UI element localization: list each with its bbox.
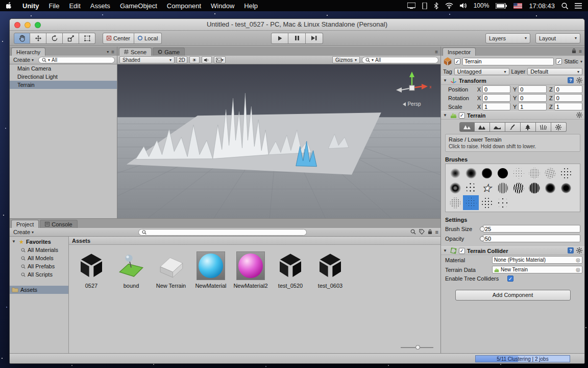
- assets-breadcrumb[interactable]: Assets: [69, 237, 440, 245]
- asset-item[interactable]: NewMaterial: [191, 251, 230, 289]
- object-picker-icon[interactable]: ◎: [576, 267, 580, 272]
- brush-item[interactable]: [510, 166, 526, 180]
- lock-icon[interactable]: [428, 229, 432, 236]
- menu-help[interactable]: Help: [244, 2, 258, 10]
- pan-tool-button[interactable]: [14, 33, 30, 44]
- position-x-field[interactable]: [482, 85, 510, 93]
- notification-center-icon[interactable]: [575, 3, 582, 9]
- hierarchy-item-directional-light[interactable]: Directional Light: [10, 73, 117, 81]
- asset-item[interactable]: test_0603: [311, 251, 350, 289]
- search-by-type-icon[interactable]: [410, 229, 416, 236]
- position-y-field[interactable]: [518, 85, 546, 93]
- menubar-clock[interactable]: 17:08:43: [529, 2, 555, 10]
- brush-item[interactable]: [526, 166, 542, 180]
- asset-item[interactable]: bound: [112, 251, 151, 289]
- play-button[interactable]: [271, 33, 288, 44]
- scale-tool-button[interactable]: [63, 33, 79, 44]
- help-icon[interactable]: ?: [568, 247, 574, 255]
- minimize-window-button[interactable]: [24, 22, 31, 28]
- raise-lower-terrain-tool[interactable]: [459, 122, 475, 132]
- position-z-field[interactable]: [554, 85, 582, 93]
- help-icon[interactable]: ?: [568, 77, 574, 84]
- hierarchy-item-terrain[interactable]: Terrain: [10, 81, 117, 89]
- menubar-app-name[interactable]: Unity: [22, 2, 39, 10]
- rotation-y-field[interactable]: [518, 94, 546, 102]
- volume-icon[interactable]: [460, 3, 467, 9]
- paint-height-tool[interactable]: [475, 122, 490, 132]
- asset-item[interactable]: NewMaterial2: [231, 251, 270, 289]
- hierarchy-menu-icon[interactable]: ≡: [111, 49, 114, 55]
- menu-file[interactable]: File: [49, 2, 60, 10]
- rect-tool-button[interactable]: [79, 33, 95, 44]
- perspective-label[interactable]: Persp: [393, 101, 431, 107]
- collider-enabled-checkbox[interactable]: ✓: [459, 248, 465, 254]
- asset-item[interactable]: 0527: [72, 251, 111, 289]
- foldout-icon[interactable]: ▼: [443, 248, 448, 253]
- display-mirroring-icon[interactable]: [407, 3, 415, 9]
- scale-y-field[interactable]: [518, 103, 546, 110]
- scene-search-input[interactable]: ▾ All: [362, 57, 438, 63]
- pivot-mode-button[interactable]: Center: [103, 33, 134, 44]
- brush-item[interactable]: [479, 195, 495, 210]
- object-picker-icon[interactable]: ◎: [576, 257, 580, 263]
- layer-dropdown[interactable]: Default▾: [527, 68, 582, 75]
- project-create-button[interactable]: Create▾: [12, 229, 35, 235]
- brush-item[interactable]: [495, 180, 510, 195]
- place-trees-tool[interactable]: [521, 122, 536, 132]
- opacity-knob[interactable]: [480, 236, 485, 241]
- brush-item[interactable]: ★: [479, 180, 495, 195]
- physic-material-field[interactable]: None (Physic Material) ◎: [492, 256, 582, 264]
- brush-size-field[interactable]: [483, 225, 580, 233]
- zoom-window-button[interactable]: [35, 22, 41, 28]
- scale-z-field[interactable]: [554, 103, 582, 110]
- spotlight-search-icon[interactable]: [561, 3, 568, 9]
- brush-size-knob[interactable]: [480, 226, 485, 232]
- scene-effects-dropdown[interactable]: ▾: [214, 56, 226, 63]
- transform-component-header[interactable]: ▼ Transform ?: [441, 76, 584, 85]
- favorite-all-scripts[interactable]: All Scripts: [10, 270, 68, 279]
- gear-icon[interactable]: [576, 247, 582, 255]
- gear-icon[interactable]: [576, 77, 582, 84]
- gameobject-name-field[interactable]: [462, 58, 554, 65]
- paint-details-tool[interactable]: [536, 122, 551, 132]
- tag-dropdown[interactable]: Untagged▾: [454, 68, 509, 75]
- foldout-icon[interactable]: ▼: [443, 113, 448, 118]
- terrain-component-header[interactable]: ▼ ✓ Terrain: [441, 111, 584, 120]
- brush-item[interactable]: [510, 180, 526, 195]
- favorite-all-materials[interactable]: All Materials: [10, 246, 68, 254]
- tab-console[interactable]: Console: [40, 220, 77, 228]
- layers-dropdown[interactable]: Layers▾: [485, 33, 530, 43]
- hierarchy-create-button[interactable]: Create▾: [12, 57, 35, 63]
- brush-item[interactable]: [542, 180, 558, 195]
- move-tool-button[interactable]: [30, 33, 46, 44]
- favorite-all-models[interactable]: All Models: [10, 254, 68, 262]
- scale-x-field[interactable]: [482, 103, 510, 110]
- scene-viewport[interactable]: x Persp: [117, 64, 440, 218]
- tab-project[interactable]: Project: [11, 220, 39, 228]
- project-search-input[interactable]: [138, 229, 307, 236]
- brush-item[interactable]: [463, 166, 479, 180]
- pivot-rotation-button[interactable]: Local: [134, 33, 162, 44]
- scene-lighting-toggle[interactable]: ☀: [189, 56, 200, 63]
- background-task-progress[interactable]: 5/11 Clustering | 2 jobs: [475, 355, 570, 362]
- project-menu-icon[interactable]: ≡: [435, 229, 438, 235]
- terrain-data-field[interactable]: New Terrain ◎: [492, 266, 582, 273]
- enable-tree-colliders-checkbox[interactable]: ✓: [507, 275, 513, 282]
- foldout-icon[interactable]: ▼: [12, 238, 17, 246]
- terrain-enabled-checkbox[interactable]: ✓: [459, 112, 465, 119]
- tab-game[interactable]: Game: [153, 48, 185, 56]
- brush-item[interactable]: [558, 166, 574, 180]
- tab-inspector[interactable]: Inspector: [443, 48, 476, 56]
- window-titlebar[interactable]: Untitled - test_0527 - PC, Mac & Linux S…: [10, 19, 584, 31]
- hierarchy-item-main-camera[interactable]: Main Camera: [10, 64, 117, 73]
- brush-item[interactable]: [558, 180, 574, 195]
- hierarchy-search-input[interactable]: ▾ All: [38, 57, 115, 63]
- brush-item[interactable]: [479, 166, 495, 180]
- close-window-button[interactable]: [14, 22, 20, 28]
- step-button[interactable]: [306, 33, 323, 44]
- hierarchy-dropdown-icon[interactable]: ▾: [107, 50, 109, 54]
- smooth-height-tool[interactable]: [490, 122, 505, 132]
- inspector-scroll-area[interactable]: ✓ ✓ Static ▾ Tag Untagged▾ Layer Default…: [441, 56, 584, 353]
- assets-root-folder[interactable]: Assets: [10, 286, 68, 294]
- brush-item[interactable]: [495, 166, 510, 180]
